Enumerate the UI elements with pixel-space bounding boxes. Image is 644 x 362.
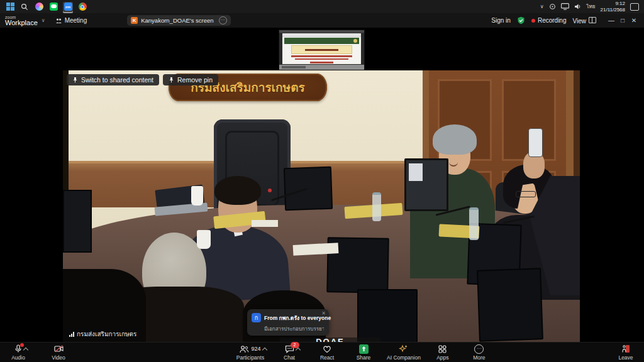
- meeting-icon: [55, 18, 62, 24]
- participant-name-text: กรมส่งเสริมการเกษตร: [77, 329, 136, 339]
- microphone-tip: [268, 189, 272, 192]
- system-tray: ∨ ไทย 9:12 21/11/2568: [540, 1, 639, 13]
- line-app-icon[interactable]: [48, 2, 58, 12]
- speaker-icon[interactable]: [574, 3, 582, 10]
- display-icon[interactable]: [561, 3, 569, 10]
- switch-to-shared-content-button[interactable]: Switch to shared content: [67, 74, 159, 85]
- workspace-chevron-icon[interactable]: ∨: [42, 18, 45, 23]
- participants-chevron-icon[interactable]: [262, 348, 267, 353]
- thumb-red-text-line: [295, 58, 348, 60]
- person-man-hair: [214, 176, 261, 205]
- shared-screen-thumbnail[interactable]: [279, 30, 365, 70]
- chat-label: Chat: [284, 355, 295, 361]
- close-icon[interactable]: ✕: [321, 310, 326, 316]
- smartphone: [528, 128, 543, 157]
- meeting-toolbar: Audio Video 924 Participants: [0, 342, 644, 362]
- pinned-video-conference-room: กรมส่งเสริมการเกษตร: [63, 70, 580, 343]
- sync-icon[interactable]: [549, 3, 556, 10]
- participants-label: Participants: [236, 355, 264, 361]
- recording-label: Recording: [538, 17, 567, 24]
- pin-icon: [169, 77, 174, 83]
- leave-label: Leave: [618, 355, 633, 361]
- pin-controls: Switch to shared content Remove pin: [67, 74, 218, 85]
- toolbar-center-group: 924 Participants 2 Chat React: [233, 343, 496, 362]
- thumb-logo: [353, 39, 357, 43]
- windows-taskbar: zm ∨ ไทย 9:12 21/11/2568: [0, 0, 644, 13]
- water-bottle: [469, 207, 479, 240]
- maximize-button[interactable]: □: [618, 17, 628, 24]
- clock-date: 21/11/2568: [601, 7, 625, 13]
- view-label: View: [573, 18, 587, 25]
- apps-button[interactable]: Apps: [426, 343, 460, 362]
- participants-button[interactable]: 924 Participants: [233, 343, 267, 362]
- participants-icon: [240, 345, 249, 353]
- thumb-red-link-line: [310, 62, 334, 63]
- search-icon[interactable]: [19, 2, 30, 12]
- react-label: React: [320, 355, 334, 361]
- thumb-green-banner: [284, 38, 359, 44]
- view-button[interactable]: View: [573, 17, 597, 25]
- monitor-left-edge: [63, 190, 92, 253]
- audio-label: Audio: [11, 355, 25, 361]
- remove-pin-button[interactable]: Remove pin: [163, 74, 218, 85]
- person-woman-hair: [433, 124, 477, 155]
- tab-avatar: K: [131, 17, 138, 24]
- view-layout-icon: [589, 17, 596, 23]
- close-button[interactable]: ✕: [629, 17, 639, 24]
- remove-pin-label: Remove pin: [177, 76, 213, 84]
- audio-options-chevron-icon[interactable]: [23, 348, 28, 353]
- audio-signal-icon: [69, 332, 74, 337]
- ai-companion-label: AI Companion: [387, 355, 421, 361]
- language-indicator[interactable]: ไทย: [587, 3, 596, 11]
- more-label: More: [473, 355, 485, 361]
- heart-icon: [323, 345, 331, 353]
- react-button[interactable]: React: [310, 343, 344, 362]
- audio-button[interactable]: Audio: [1, 343, 35, 362]
- leave-door-icon: [621, 344, 630, 353]
- clock[interactable]: 9:12 21/11/2568: [601, 1, 625, 13]
- thumb-browser-titlebar: [279, 30, 364, 33]
- recording-dot-icon: [531, 19, 535, 23]
- tray-chevron-icon[interactable]: ∨: [540, 4, 544, 9]
- sign-in-button[interactable]: Sign in: [491, 17, 511, 24]
- zoom-titlebar: zoom Workplace ∨ Meeting K Kanyakorn_DOA…: [0, 13, 644, 28]
- clock-time: 9:12: [601, 1, 625, 7]
- more-button[interactable]: ··· More: [462, 343, 496, 362]
- zoom-workplace-logo: zoom Workplace: [5, 15, 38, 26]
- minimize-button[interactable]: —: [606, 17, 616, 24]
- monitor: [477, 268, 543, 341]
- share-button[interactable]: Share: [347, 343, 380, 362]
- thumb-red-text-line: [291, 55, 353, 57]
- titlebar-right: Sign in Recording View — □ ✕: [491, 16, 639, 25]
- chat-button[interactable]: 2 Chat: [272, 343, 306, 362]
- pin-icon: [72, 77, 78, 83]
- switch-label: Switch to shared content: [81, 76, 153, 84]
- leave-button[interactable]: Leave: [609, 343, 643, 362]
- ai-companion-button[interactable]: AI Companion: [384, 343, 423, 362]
- tab-more-icon[interactable]: ⋯: [219, 16, 227, 25]
- video-label: Video: [52, 355, 65, 361]
- recording-indicator: Recording: [531, 17, 567, 24]
- chat-notification-popup[interactable]: ✕ ก From กพก.ตรัง to everyone มีเอกสารปร…: [247, 309, 329, 336]
- tab-shared-screen[interactable]: K Kanyakorn_DOAE's screen ⋯: [127, 15, 230, 26]
- security-shield-icon[interactable]: [517, 16, 525, 25]
- tab-meeting[interactable]: Meeting: [55, 17, 87, 24]
- ai-sparkle-icon: [399, 344, 408, 353]
- toolbar-right-group: Leave: [609, 343, 643, 362]
- share-label: Share: [357, 355, 371, 361]
- white-cup: [197, 230, 211, 249]
- chrome-icon[interactable]: [77, 2, 87, 12]
- video-button[interactable]: Video: [42, 343, 75, 362]
- chat-chevron-icon[interactable]: [295, 348, 300, 353]
- toolbar-left-group: Audio Video: [1, 343, 75, 362]
- copilot-icon[interactable]: [34, 2, 44, 12]
- windows-start-icon[interactable]: [5, 2, 15, 12]
- participants-count: 924: [251, 346, 260, 352]
- papers: [252, 220, 278, 227]
- chat-message-preview: มีเอกสารประกอบการบรรยายมั้ยคะ: [264, 325, 324, 333]
- zoom-app-icon[interactable]: zm: [63, 2, 73, 12]
- notification-center-icon[interactable]: [630, 3, 639, 11]
- more-ellipsis-icon: ···: [474, 344, 484, 354]
- thumb-title-box: [291, 45, 352, 54]
- zoom-meeting-window: zm ∨ ไทย 9:12 21/11/2568 zoom Workplace …: [0, 0, 644, 362]
